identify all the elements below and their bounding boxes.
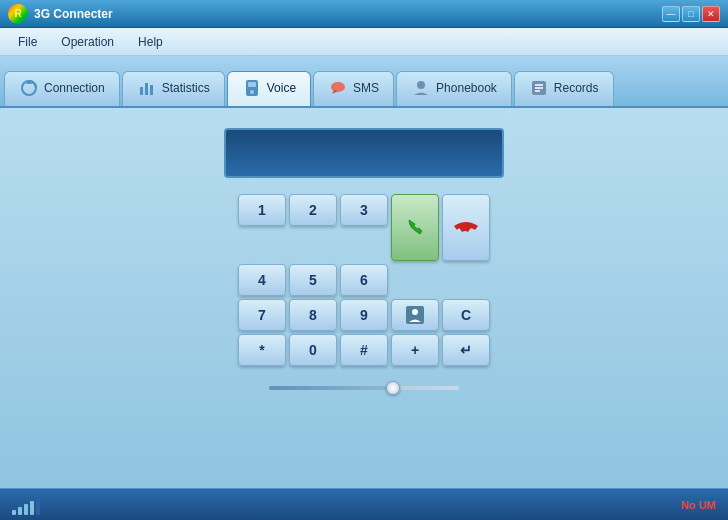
tab-sms[interactable]: SMS	[313, 71, 394, 106]
menu-operation[interactable]: Operation	[51, 32, 124, 52]
key-5[interactable]: 5	[289, 264, 337, 296]
statistics-icon	[137, 78, 157, 98]
sim-status: No UM	[681, 499, 716, 511]
title-bar: R 3G Connecter — □ ✕	[0, 0, 728, 28]
backspace-button[interactable]: ↵	[442, 334, 490, 366]
key-hash[interactable]: #	[340, 334, 388, 366]
volume-slider-track[interactable]	[269, 386, 459, 390]
hangup-button[interactable]	[442, 194, 490, 261]
tab-voice[interactable]: Voice	[227, 71, 311, 106]
key-2[interactable]: 2	[289, 194, 337, 226]
menu-bar: File Operation Help	[0, 28, 728, 56]
keypad: 1 2 3 4 5 6 7 8 9 C * 0 #	[238, 194, 490, 366]
app-icon: R	[8, 4, 28, 24]
key-4[interactable]: 4	[238, 264, 286, 296]
keypad-row-1: 1 2 3	[238, 194, 490, 261]
svg-rect-4	[150, 85, 153, 95]
key-9[interactable]: 9	[340, 299, 388, 331]
tab-records[interactable]: Records	[514, 71, 614, 106]
tab-statistics[interactable]: Statistics	[122, 71, 225, 106]
svg-rect-3	[145, 83, 148, 95]
phonebook-icon	[411, 78, 431, 98]
key-1[interactable]: 1	[238, 194, 286, 226]
svg-point-8	[331, 82, 345, 92]
tab-sms-label: SMS	[353, 81, 379, 95]
voice-icon	[242, 78, 262, 98]
keypad-row-4: * 0 # + ↵	[238, 334, 490, 366]
svg-rect-6	[248, 82, 256, 87]
signal-bar-4	[30, 501, 34, 515]
menu-file[interactable]: File	[8, 32, 47, 52]
slider-thumb[interactable]	[386, 381, 400, 395]
signal-bar-3	[24, 504, 28, 515]
records-icon	[529, 78, 549, 98]
phone-display[interactable]	[224, 128, 504, 178]
status-bar: No UM	[0, 488, 728, 520]
app-title: 3G Connecter	[34, 7, 113, 21]
connection-icon	[19, 78, 39, 98]
signal-bars	[12, 495, 40, 515]
key-6[interactable]: 6	[340, 264, 388, 296]
tab-phonebook[interactable]: Phonebook	[396, 71, 512, 106]
tab-statistics-label: Statistics	[162, 81, 210, 95]
maximize-button[interactable]: □	[682, 6, 700, 22]
clear-button[interactable]: C	[442, 299, 490, 331]
signal-bar-5	[36, 498, 40, 515]
minimize-button[interactable]: —	[662, 6, 680, 22]
key-star[interactable]: *	[238, 334, 286, 366]
tab-phonebook-label: Phonebook	[436, 81, 497, 95]
key-7[interactable]: 7	[238, 299, 286, 331]
key-0[interactable]: 0	[289, 334, 337, 366]
svg-point-7	[250, 90, 254, 94]
tab-connection-label: Connection	[44, 81, 105, 95]
close-button[interactable]: ✕	[702, 6, 720, 22]
svg-point-10	[417, 81, 425, 89]
sms-icon	[328, 78, 348, 98]
tab-bar: Connection Statistics Voice SMS Phoneboo…	[0, 56, 728, 108]
call-button[interactable]	[391, 194, 439, 261]
title-bar-left: R 3G Connecter	[8, 4, 113, 24]
main-content: 1 2 3 4 5 6 7 8 9 C * 0 #	[0, 108, 728, 488]
contacts-button[interactable]	[391, 299, 439, 331]
key-3[interactable]: 3	[340, 194, 388, 226]
tab-records-label: Records	[554, 81, 599, 95]
key-8[interactable]: 8	[289, 299, 337, 331]
tab-connection[interactable]: Connection	[4, 71, 120, 106]
keypad-row-2: 4 5 6	[238, 264, 490, 296]
svg-point-16	[412, 309, 418, 315]
title-bar-controls: — □ ✕	[662, 6, 720, 22]
volume-slider-container	[264, 386, 464, 390]
tab-voice-label: Voice	[267, 81, 296, 95]
menu-help[interactable]: Help	[128, 32, 173, 52]
svg-rect-2	[140, 87, 143, 95]
slider-fill	[269, 386, 393, 390]
signal-bar-2	[18, 507, 22, 515]
signal-bar-1	[12, 510, 16, 515]
key-plus[interactable]: +	[391, 334, 439, 366]
keypad-row-3: 7 8 9 C	[238, 299, 490, 331]
